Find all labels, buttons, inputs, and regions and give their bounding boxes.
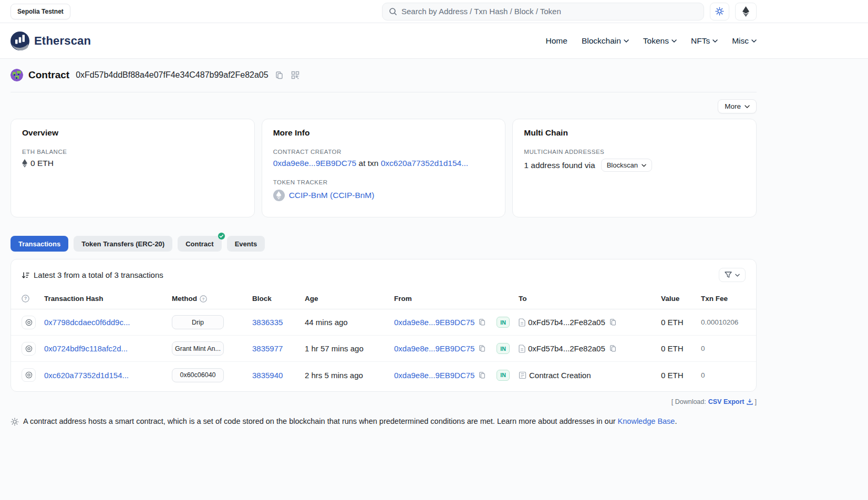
creation-txn-link[interactable]: 0xc620a77352d1d154... — [381, 159, 468, 168]
site-header: Etherscan Home Blockchain Tokens NFTs Mi… — [0, 23, 868, 59]
method-badge: 0x60c06040 — [172, 368, 224, 382]
download-suffix: ] — [755, 398, 757, 405]
search-input[interactable] — [401, 7, 697, 16]
tx-preview-button[interactable] — [22, 342, 36, 356]
knowledge-base-link[interactable]: Knowledge Base — [618, 417, 675, 425]
eth-glyph-icon — [22, 159, 27, 168]
nav-label: Blockchain — [582, 36, 621, 46]
copy-from-button[interactable] — [477, 317, 487, 327]
value-text: 0 ETH — [661, 318, 684, 327]
copy-icon — [275, 71, 284, 80]
block-link[interactable]: 3835940 — [252, 371, 283, 380]
overview-card-title: Overview — [22, 128, 243, 138]
nav-item-home[interactable]: Home — [546, 36, 567, 46]
overview-card: Overview ETH BALANCE 0 ETH — [11, 119, 255, 217]
nav-label: Tokens — [643, 36, 669, 46]
csv-export-link[interactable]: CSV Export — [708, 398, 753, 405]
contract-creator-label: CONTRACT CREATOR — [273, 149, 494, 155]
copy-address-button[interactable] — [274, 70, 285, 81]
tab-contract[interactable]: Contract — [178, 236, 221, 252]
help-icon[interactable]: ? — [22, 295, 29, 303]
funnel-icon — [725, 272, 732, 278]
sun-icon — [715, 7, 724, 16]
copy-from-button[interactable] — [477, 343, 487, 353]
block-link[interactable]: 3835977 — [252, 344, 283, 353]
chevron-down-icon — [671, 39, 677, 43]
contract-creation-text: Contract Creation — [529, 371, 591, 380]
contract-address: 0xFd57b4ddBf88a4e07fF4e34C487b99af2Fe82a… — [76, 70, 268, 80]
tx-preview-button[interactable] — [22, 368, 36, 382]
etherscan-logo[interactable]: Etherscan — [11, 32, 91, 50]
copy-to-button[interactable] — [608, 317, 618, 327]
filter-button[interactable] — [719, 268, 746, 282]
eye-icon — [25, 371, 33, 379]
chevron-down-icon — [751, 39, 757, 43]
lightbulb-icon — [11, 418, 19, 426]
from-address-link[interactable]: 0xda9e8e...9EB9DC75 — [394, 371, 474, 380]
to-address: 0xFd57b4...2Fe82a05 — [528, 318, 605, 327]
txn-fee-text: 0.00010206 — [701, 318, 738, 326]
blockscan-dropdown-button[interactable]: Blockscan — [601, 159, 652, 172]
from-address-link[interactable]: 0xda9e8e...9EB9DC75 — [394, 318, 474, 327]
multichain-found-text: 1 address found via — [524, 161, 595, 170]
tab-token-transfers[interactable]: Token Transfers (ERC-20) — [74, 236, 172, 252]
brand-name: Etherscan — [34, 34, 91, 48]
more-button[interactable]: More — [718, 99, 757, 113]
transactions-panel: Latest 3 from a total of 3 transactions … — [11, 259, 757, 392]
nav-label: Misc — [732, 36, 749, 46]
tx-preview-button[interactable] — [22, 316, 36, 329]
contract-creation-icon — [519, 371, 526, 379]
nav-label: NFTs — [691, 36, 710, 46]
network-menu-button[interactable] — [735, 3, 757, 20]
nav-item-misc[interactable]: Misc — [732, 36, 757, 46]
method-badge: Grant Mint An... — [172, 341, 224, 356]
from-address-link[interactable]: 0xda9e8e...9EB9DC75 — [394, 344, 474, 353]
network-selector-button[interactable]: Sepolia Testnet — [11, 4, 70, 19]
note-text: A contract address hosts a smart contrac… — [23, 417, 618, 425]
txn-hash-link[interactable]: 0xc620a77352d1d154... — [44, 371, 129, 380]
ethereum-icon — [742, 6, 749, 17]
nav-item-blockchain[interactable]: Blockchain — [582, 36, 629, 46]
copy-from-button[interactable] — [477, 370, 487, 380]
search-bar[interactable] — [382, 3, 704, 20]
chevron-down-icon — [735, 274, 740, 277]
tab-events[interactable]: Events — [227, 236, 265, 252]
address-identicon — [11, 69, 23, 81]
col-header-block: Block — [252, 295, 305, 303]
more-info-card-title: More Info — [273, 128, 494, 138]
txn-hash-link[interactable]: 0x7798dcdaec0f6dd9c... — [44, 318, 130, 327]
txn-fee-text: 0 — [701, 371, 705, 379]
contract-title-row: Contract 0xFd57b4ddBf88a4e07fF4e34C487b9… — [11, 69, 757, 81]
svg-text:?: ? — [24, 296, 27, 301]
theme-toggle-button[interactable] — [710, 3, 729, 20]
chevron-down-icon — [745, 105, 750, 108]
at-txn-text: at txn — [356, 159, 381, 168]
block-link[interactable]: 3836335 — [252, 318, 283, 327]
qr-code-icon — [291, 71, 299, 79]
etherscan-logo-icon — [11, 32, 29, 50]
note-suffix: . — [675, 417, 677, 425]
qr-code-button[interactable] — [290, 70, 301, 80]
age-text: 2 hrs 5 mins ago — [305, 371, 363, 380]
age-text: 1 hr 57 mins ago — [305, 344, 364, 353]
col-header-age[interactable]: Age — [305, 295, 394, 303]
to-address: 0xFd57b4...2Fe82a05 — [528, 344, 605, 353]
direction-badge: IN — [497, 343, 510, 354]
contract-info-note: A contract address hosts a smart contrac… — [11, 417, 757, 426]
token-logo-icon — [273, 190, 285, 201]
nav-item-nfts[interactable]: NFTs — [691, 36, 718, 46]
direction-badge: IN — [497, 370, 510, 381]
tab-transactions[interactable]: Transactions — [11, 236, 68, 252]
creator-address-link[interactable]: 0xda9e8e...9EB9DC75 — [273, 159, 357, 168]
method-badge: Drip — [172, 315, 224, 329]
nav-item-tokens[interactable]: Tokens — [643, 36, 677, 46]
copy-to-button[interactable] — [608, 343, 618, 353]
nav-label: Home — [546, 36, 567, 46]
copy-icon — [478, 318, 486, 326]
token-tracker-link[interactable]: CCIP-BnM (CCIP-BnM) — [289, 191, 375, 200]
col-header-txn-fee[interactable]: Txn Fee — [701, 295, 746, 303]
value-text: 0 ETH — [661, 344, 684, 353]
help-icon[interactable]: ? — [200, 295, 207, 303]
chevron-down-icon — [712, 39, 718, 43]
txn-hash-link[interactable]: 0x0724bdf9c118afc2d... — [44, 344, 128, 353]
